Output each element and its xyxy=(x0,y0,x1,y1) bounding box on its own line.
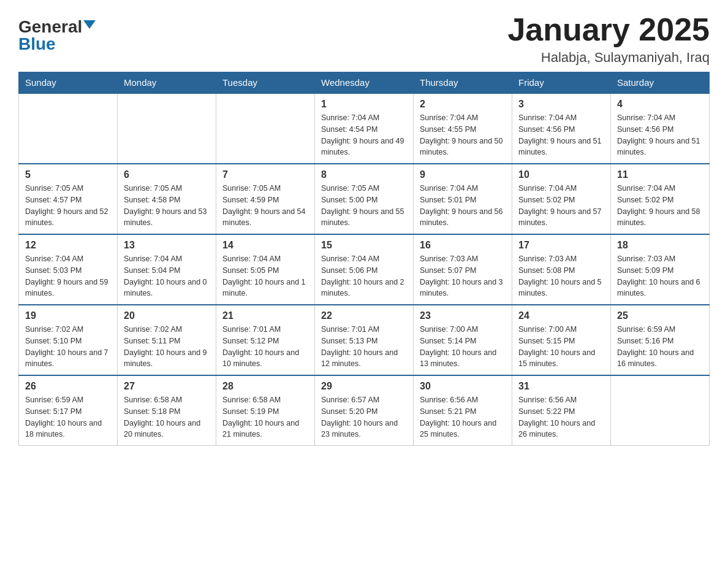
calendar-cell: 16Sunrise: 7:03 AM Sunset: 5:07 PM Dayli… xyxy=(414,234,512,305)
day-info: Sunrise: 7:00 AM Sunset: 5:15 PM Dayligh… xyxy=(518,324,604,370)
day-info: Sunrise: 7:03 AM Sunset: 5:09 PM Dayligh… xyxy=(617,253,703,299)
calendar-cell: 20Sunrise: 7:02 AM Sunset: 5:11 PM Dayli… xyxy=(118,305,216,375)
calendar-cell: 29Sunrise: 6:57 AM Sunset: 5:20 PM Dayli… xyxy=(315,375,414,446)
day-of-week-header: Sunday xyxy=(19,72,118,94)
day-number: 1 xyxy=(321,99,407,110)
day-info: Sunrise: 7:04 AM Sunset: 5:06 PM Dayligh… xyxy=(321,253,407,299)
calendar-cell: 30Sunrise: 6:56 AM Sunset: 5:21 PM Dayli… xyxy=(414,375,512,446)
day-number: 28 xyxy=(222,381,308,392)
calendar-cell: 26Sunrise: 6:59 AM Sunset: 5:17 PM Dayli… xyxy=(19,375,118,446)
day-info: Sunrise: 6:58 AM Sunset: 5:19 PM Dayligh… xyxy=(222,394,308,440)
calendar-week-row: 12Sunrise: 7:04 AM Sunset: 5:03 PM Dayli… xyxy=(19,234,710,305)
calendar-header-row: SundayMondayTuesdayWednesdayThursdayFrid… xyxy=(19,72,710,94)
day-info: Sunrise: 7:04 AM Sunset: 5:04 PM Dayligh… xyxy=(124,253,210,299)
page-header: General Blue January 2025 Halabja, Sulay… xyxy=(18,12,710,66)
day-number: 6 xyxy=(124,169,210,180)
calendar-cell xyxy=(611,375,710,446)
month-title: January 2025 xyxy=(507,12,710,47)
day-info: Sunrise: 6:57 AM Sunset: 5:20 PM Dayligh… xyxy=(321,394,407,440)
day-number: 2 xyxy=(420,99,506,110)
day-info: Sunrise: 6:59 AM Sunset: 5:17 PM Dayligh… xyxy=(25,394,111,440)
calendar-cell: 28Sunrise: 6:58 AM Sunset: 5:19 PM Dayli… xyxy=(216,375,315,446)
day-number: 26 xyxy=(25,381,111,392)
day-info: Sunrise: 6:56 AM Sunset: 5:22 PM Dayligh… xyxy=(518,394,604,440)
day-number: 24 xyxy=(518,310,604,321)
day-number: 16 xyxy=(420,240,506,251)
day-number: 20 xyxy=(124,310,210,321)
logo-blue: Blue xyxy=(18,36,96,53)
day-number: 9 xyxy=(420,169,506,180)
day-info: Sunrise: 7:04 AM Sunset: 4:56 PM Dayligh… xyxy=(617,112,703,158)
day-of-week-header: Thursday xyxy=(414,72,512,94)
day-number: 3 xyxy=(518,99,604,110)
calendar-week-row: 1Sunrise: 7:04 AM Sunset: 4:54 PM Daylig… xyxy=(19,93,710,164)
day-info: Sunrise: 7:05 AM Sunset: 4:57 PM Dayligh… xyxy=(25,183,111,229)
logo: General Blue xyxy=(18,18,96,53)
calendar-cell: 25Sunrise: 6:59 AM Sunset: 5:16 PM Dayli… xyxy=(611,305,710,375)
day-number: 30 xyxy=(420,381,506,392)
calendar-cell: 23Sunrise: 7:00 AM Sunset: 5:14 PM Dayli… xyxy=(414,305,512,375)
day-info: Sunrise: 7:02 AM Sunset: 5:10 PM Dayligh… xyxy=(25,324,111,370)
day-info: Sunrise: 6:59 AM Sunset: 5:16 PM Dayligh… xyxy=(617,324,703,370)
day-number: 4 xyxy=(617,99,703,110)
day-info: Sunrise: 7:04 AM Sunset: 5:01 PM Dayligh… xyxy=(420,183,506,229)
calendar-cell: 3Sunrise: 7:04 AM Sunset: 4:56 PM Daylig… xyxy=(512,93,611,164)
day-number: 15 xyxy=(321,240,407,251)
calendar-cell: 31Sunrise: 6:56 AM Sunset: 5:22 PM Dayli… xyxy=(512,375,611,446)
day-info: Sunrise: 7:04 AM Sunset: 4:54 PM Dayligh… xyxy=(321,112,407,158)
calendar-cell: 8Sunrise: 7:05 AM Sunset: 5:00 PM Daylig… xyxy=(315,164,414,234)
calendar-cell: 24Sunrise: 7:00 AM Sunset: 5:15 PM Dayli… xyxy=(512,305,611,375)
day-of-week-header: Saturday xyxy=(611,72,710,94)
day-of-week-header: Tuesday xyxy=(216,72,315,94)
logo-triangle-icon xyxy=(83,20,96,29)
calendar-cell: 21Sunrise: 7:01 AM Sunset: 5:12 PM Dayli… xyxy=(216,305,315,375)
calendar-cell: 11Sunrise: 7:04 AM Sunset: 5:02 PM Dayli… xyxy=(611,164,710,234)
day-number: 19 xyxy=(25,310,111,321)
day-of-week-header: Wednesday xyxy=(315,72,414,94)
calendar-cell: 5Sunrise: 7:05 AM Sunset: 4:57 PM Daylig… xyxy=(19,164,118,234)
day-number: 12 xyxy=(25,240,111,251)
day-info: Sunrise: 7:05 AM Sunset: 4:59 PM Dayligh… xyxy=(222,183,308,229)
logo-general: General xyxy=(18,18,82,36)
day-number: 25 xyxy=(617,310,703,321)
calendar-cell: 27Sunrise: 6:58 AM Sunset: 5:18 PM Dayli… xyxy=(118,375,216,446)
day-number: 10 xyxy=(518,169,604,180)
day-number: 11 xyxy=(617,169,703,180)
calendar-cell: 19Sunrise: 7:02 AM Sunset: 5:10 PM Dayli… xyxy=(19,305,118,375)
day-info: Sunrise: 7:04 AM Sunset: 5:02 PM Dayligh… xyxy=(518,183,604,229)
day-info: Sunrise: 7:04 AM Sunset: 4:56 PM Dayligh… xyxy=(518,112,604,158)
day-number: 17 xyxy=(518,240,604,251)
calendar-table: SundayMondayTuesdayWednesdayThursdayFrid… xyxy=(18,72,710,446)
calendar-cell: 2Sunrise: 7:04 AM Sunset: 4:55 PM Daylig… xyxy=(414,93,512,164)
calendar-cell: 12Sunrise: 7:04 AM Sunset: 5:03 PM Dayli… xyxy=(19,234,118,305)
calendar-cell: 13Sunrise: 7:04 AM Sunset: 5:04 PM Dayli… xyxy=(118,234,216,305)
day-info: Sunrise: 6:58 AM Sunset: 5:18 PM Dayligh… xyxy=(124,394,210,440)
calendar-cell: 15Sunrise: 7:04 AM Sunset: 5:06 PM Dayli… xyxy=(315,234,414,305)
day-info: Sunrise: 7:01 AM Sunset: 5:12 PM Dayligh… xyxy=(222,324,308,370)
day-info: Sunrise: 7:02 AM Sunset: 5:11 PM Dayligh… xyxy=(124,324,210,370)
day-info: Sunrise: 7:01 AM Sunset: 5:13 PM Dayligh… xyxy=(321,324,407,370)
day-number: 29 xyxy=(321,381,407,392)
calendar-cell: 7Sunrise: 7:05 AM Sunset: 4:59 PM Daylig… xyxy=(216,164,315,234)
day-number: 31 xyxy=(518,381,604,392)
day-info: Sunrise: 7:03 AM Sunset: 5:08 PM Dayligh… xyxy=(518,253,604,299)
calendar-cell: 10Sunrise: 7:04 AM Sunset: 5:02 PM Dayli… xyxy=(512,164,611,234)
calendar-cell xyxy=(19,93,118,164)
day-info: Sunrise: 7:05 AM Sunset: 5:00 PM Dayligh… xyxy=(321,183,407,229)
calendar-week-row: 26Sunrise: 6:59 AM Sunset: 5:17 PM Dayli… xyxy=(19,375,710,446)
day-info: Sunrise: 7:04 AM Sunset: 4:55 PM Dayligh… xyxy=(420,112,506,158)
day-info: Sunrise: 7:03 AM Sunset: 5:07 PM Dayligh… xyxy=(420,253,506,299)
day-number: 18 xyxy=(617,240,703,251)
calendar-cell xyxy=(216,93,315,164)
day-of-week-header: Friday xyxy=(512,72,611,94)
calendar-week-row: 19Sunrise: 7:02 AM Sunset: 5:10 PM Dayli… xyxy=(19,305,710,375)
day-info: Sunrise: 7:05 AM Sunset: 4:58 PM Dayligh… xyxy=(124,183,210,229)
day-info: Sunrise: 7:00 AM Sunset: 5:14 PM Dayligh… xyxy=(420,324,506,370)
calendar-cell: 4Sunrise: 7:04 AM Sunset: 4:56 PM Daylig… xyxy=(611,93,710,164)
calendar-cell: 1Sunrise: 7:04 AM Sunset: 4:54 PM Daylig… xyxy=(315,93,414,164)
title-block: January 2025 Halabja, Sulaymaniyah, Iraq xyxy=(507,12,710,66)
day-info: Sunrise: 6:56 AM Sunset: 5:21 PM Dayligh… xyxy=(420,394,506,440)
calendar-cell: 18Sunrise: 7:03 AM Sunset: 5:09 PM Dayli… xyxy=(611,234,710,305)
calendar-cell: 9Sunrise: 7:04 AM Sunset: 5:01 PM Daylig… xyxy=(414,164,512,234)
calendar-week-row: 5Sunrise: 7:05 AM Sunset: 4:57 PM Daylig… xyxy=(19,164,710,234)
